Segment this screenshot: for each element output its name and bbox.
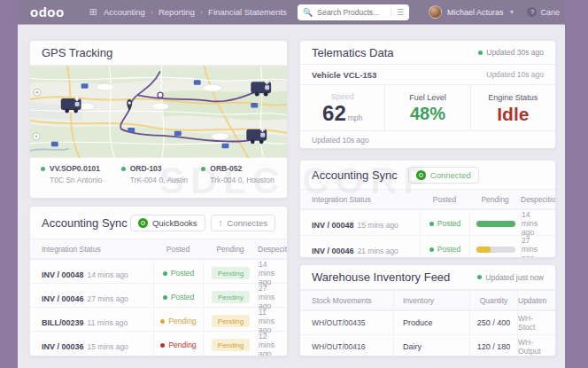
updated-time: 12 mins ago xyxy=(259,332,275,356)
updated-time: 27 mins ago xyxy=(522,236,544,258)
vehicle-location: Trk-004 0, Houston xyxy=(210,176,276,184)
pending-badge: Pending xyxy=(212,315,250,327)
col-integration-status: Integration Status xyxy=(312,195,420,204)
breadcrumb-separator: › xyxy=(200,8,203,17)
apps-grid-icon[interactable]: ⊞ xyxy=(89,6,97,18)
search-input[interactable] xyxy=(317,8,391,17)
connect-label: Connectes xyxy=(228,218,267,228)
doc-ref: BILL/00239 xyxy=(42,318,84,327)
table-row[interactable]: INV / 0004621 mins ago Posted 27 mins ag… xyxy=(300,235,555,258)
quickbooks-button[interactable]: QuickBooks xyxy=(130,215,205,231)
doc-time: 11 mins ago xyxy=(88,318,128,327)
col-pending: Pending xyxy=(481,195,508,204)
vehicle-status-dot xyxy=(41,167,45,171)
fuel-label: Fuel Level xyxy=(409,93,446,102)
user-name[interactable]: Michael Acturas xyxy=(447,8,504,17)
doc-time: 15 mins ago xyxy=(358,221,398,230)
breadcrumb-separator: › xyxy=(151,8,153,17)
legend-item[interactable]: ORD-103 TrK-004 0, Austin xyxy=(121,164,197,184)
accounting-sync-card-left: Accounting Sync QuickBooks ↑ Connectes I… xyxy=(29,206,288,356)
fuel-stat: Fuel Level 48% xyxy=(384,85,469,130)
table-row[interactable]: WH/OUT/00435 Produce 250 / 400 WH-Stoct xyxy=(300,310,555,334)
doc-time: 27 mins ago xyxy=(88,294,128,303)
quantity-value: 250 / 400 xyxy=(477,318,511,327)
help-icon[interactable]: ? xyxy=(527,7,537,17)
quickbooks-icon xyxy=(138,218,148,228)
updated-time: 14 mins ago xyxy=(522,210,544,237)
sync-progress-bar xyxy=(476,221,515,227)
warehouse-feed-card: Warehouse Inventory Feed Updated just no… xyxy=(299,264,556,356)
table-row[interactable]: INV / 0004814 mins ago Posted Pending 14… xyxy=(30,259,287,283)
col-integration-status: Integration Status xyxy=(42,245,153,254)
col-despecitions: Despecitions xyxy=(521,195,556,204)
status-pending: Pending xyxy=(160,317,196,325)
table-header: Stock Movements Inventory Quantity Updat… xyxy=(300,290,555,310)
table-row[interactable]: INV / 0004815 mins ago Posted 14 mins ag… xyxy=(300,209,555,235)
filter-icon[interactable]: ☰ xyxy=(391,8,404,17)
doc-time: 14 mins ago xyxy=(88,270,128,279)
up-arrow-icon: ↑ xyxy=(219,218,223,228)
quickbooks-label: QuickBooks xyxy=(152,218,197,228)
table-row[interactable]: INV / 0004627 mins ago Posted Pendiny 27… xyxy=(30,283,287,307)
status-posted: Posted xyxy=(429,219,460,228)
warehouse-location: WH-Stoct xyxy=(518,314,544,332)
col-posted: Posted xyxy=(166,245,190,254)
doc-ref: INV / 00048 xyxy=(42,270,84,279)
updated-badge: Updated just now xyxy=(477,273,544,282)
pending-badge: Pendiny xyxy=(212,291,250,303)
speed-label: Speed xyxy=(331,92,354,101)
updated-text: Updated 30s ago xyxy=(486,48,544,57)
chevron-down-icon[interactable]: ▼ xyxy=(509,9,515,15)
updated-time: 14 mins ago xyxy=(259,260,275,286)
table-row[interactable]: BILL/0023911 mins ago Pending Pending 11… xyxy=(30,307,287,331)
telematics-footer: Updated 10s ago xyxy=(300,130,555,148)
breadcrumb-financial-statements[interactable]: Financial Statements xyxy=(208,7,287,17)
col-inventory: Inventory xyxy=(393,291,469,309)
doc-ref: INV / 00046 xyxy=(312,247,354,255)
vehicle-status-dot xyxy=(121,167,126,171)
search-box[interactable]: 🔍 ☰ xyxy=(298,4,409,20)
gps-legend: VV.SOP0.0101 T0C Sn Antonio ORD-103 TrK-… xyxy=(30,158,287,184)
table-row[interactable]: INV / 0003615 mins ago Pending Pending 1… xyxy=(30,331,287,355)
stock-move-ref: WH/OUT/00416 xyxy=(312,342,393,351)
col-updaten: Updaten xyxy=(517,291,546,309)
status-posted: Posted xyxy=(163,269,194,278)
vehicle-location: TrK-004 0, Austin xyxy=(130,176,197,184)
odoo-logo[interactable]: odoo xyxy=(30,4,65,20)
status-posted: Posted xyxy=(429,245,460,254)
left-edge-strip xyxy=(0,0,18,368)
doc-time: 21 mins ago xyxy=(358,247,398,255)
col-despecitions: Despecitions xyxy=(258,245,288,254)
avatar[interactable] xyxy=(429,5,442,19)
updated-time: 27 mins ago xyxy=(259,284,275,310)
vehicle-location: T0C Sn Antonio xyxy=(50,176,116,184)
connected-badge[interactable]: Connected xyxy=(408,167,479,184)
inventory-name: Produce xyxy=(403,318,433,327)
vehicle-code: ORD-103 xyxy=(130,164,162,173)
help-label[interactable]: Cane xyxy=(540,8,560,17)
legend-item[interactable]: ORB-052 Trk-004 0, Houston xyxy=(201,164,276,184)
status-dot xyxy=(478,51,483,55)
stock-move-ref: WH/OUT/00435 xyxy=(312,318,393,327)
vehicle-code: ORB-052 xyxy=(210,164,242,173)
vehicle-name: Vehicle VCL-153 xyxy=(312,70,376,80)
table-row[interactable]: WH/OUT/00416 Dairy 120 / 180 WH-Output xyxy=(300,334,555,356)
fuel-value: 48% xyxy=(410,105,445,122)
legend-item[interactable]: VV.SOP0.0101 T0C Sn Antonio xyxy=(41,164,116,184)
connect-button[interactable]: ↑ Connectes xyxy=(211,215,275,231)
breadcrumb-reporting[interactable]: Reporting xyxy=(159,7,195,17)
pending-badge: Pending xyxy=(212,339,250,351)
updated-time: 11 mins ago xyxy=(259,308,275,334)
col-stock-movements: Stock Movements xyxy=(312,296,393,305)
sync-progress-bar xyxy=(476,247,515,253)
speed-stat: Speed 62mph xyxy=(300,85,384,130)
accounting-sync-title: Accounting Sync xyxy=(42,216,130,230)
doc-ref: INV / 00046 xyxy=(42,294,84,303)
connected-label: Connected xyxy=(430,170,471,180)
breadcrumb-accounting[interactable]: Accounting xyxy=(104,7,145,17)
gps-map[interactable] xyxy=(30,66,287,158)
engine-value: Idle xyxy=(497,105,529,123)
doc-time: 15 mins ago xyxy=(88,342,128,351)
status-posted: Posted xyxy=(163,293,194,301)
status-pending: Pending xyxy=(160,341,196,349)
